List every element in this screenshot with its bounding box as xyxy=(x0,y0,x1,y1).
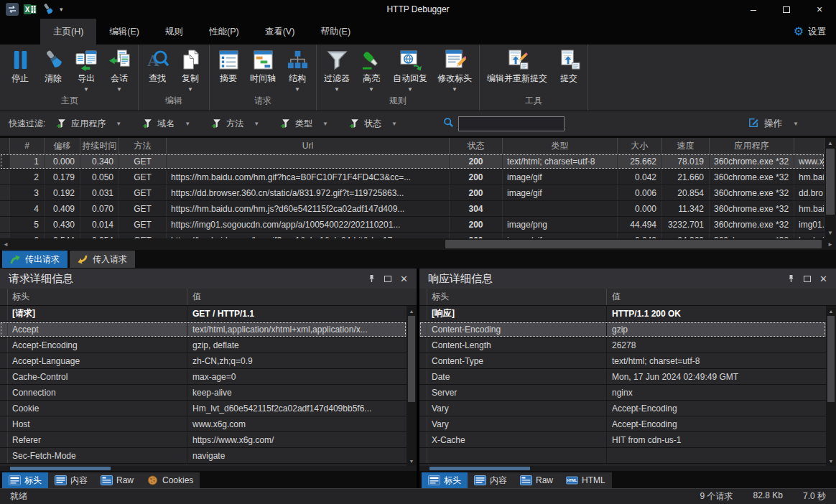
ribbon-button-过滤器[interactable]: 过滤器▼ xyxy=(319,47,355,94)
tab-HTML[interactable]: HTMLHTML xyxy=(559,472,612,488)
scroll-down-icon[interactable]: ▼ xyxy=(825,228,836,238)
scroll-down-icon[interactable]: ▼ xyxy=(409,456,414,466)
column-header-name[interactable]: 标头 xyxy=(8,289,187,305)
column-header-状态[interactable]: 状态 xyxy=(450,138,503,154)
ribbon-button-停止[interactable]: 停止 xyxy=(4,47,37,94)
request-row[interactable]: 10.0000.340GET200text/html; charset=utf-… xyxy=(0,154,825,169)
column-header-类型[interactable]: 类型 xyxy=(503,138,618,154)
ribbon-button-摘要[interactable]: 摘要 xyxy=(212,47,245,94)
response-panel-horizontal-scrollbar[interactable] xyxy=(419,466,836,471)
actions-button[interactable]: 操作 ▼ xyxy=(748,117,827,130)
tab-标头[interactable]: 标头 xyxy=(422,472,468,488)
request-row[interactable]: 40.4090.070GEThttps://hm.baidu.com/hm.js… xyxy=(0,201,825,217)
ribbon-button-查找[interactable]: A查找 xyxy=(141,47,174,94)
ribbon-button-时间轴[interactable]: 时间轴 xyxy=(245,47,281,94)
column-header-偏移[interactable]: 偏移 xyxy=(45,138,80,154)
ribbon-button-结构[interactable]: 结构▼ xyxy=(281,47,314,94)
tab-标头[interactable]: 标头 xyxy=(2,472,48,488)
header-row[interactable]: VaryAccept-Encoding xyxy=(419,416,826,432)
ribbon-button-高亮[interactable]: 高亮▼ xyxy=(355,47,388,94)
scroll-right-icon[interactable]: ► xyxy=(825,238,836,250)
filter-button-方法[interactable]: 方法▼ xyxy=(212,118,259,130)
header-row[interactable] xyxy=(419,448,826,464)
scrollbar-thumb[interactable] xyxy=(826,149,835,215)
request-panel-scrollbar[interactable]: ▲ ▼ xyxy=(407,306,417,466)
maximize-panel-icon[interactable] xyxy=(804,276,811,282)
menu-item-规则[interactable]: 规则 xyxy=(152,19,196,45)
header-row[interactable]: Hostwww.x6g.com xyxy=(0,416,407,432)
excel-export-icon[interactable]: X xyxy=(24,3,37,16)
pin-icon[interactable] xyxy=(787,274,795,283)
scrollbar-thumb[interactable] xyxy=(408,316,415,402)
header-row[interactable]: DateMon, 17 Jun 2024 02:49:49 GMT xyxy=(419,369,826,385)
close-button[interactable]: × xyxy=(803,0,836,19)
close-panel-icon[interactable]: ✕ xyxy=(400,274,408,284)
request-row[interactable]: 60.5440.054GEThttps://hm.baidu.com/hm.gi… xyxy=(0,233,825,238)
ribbon-button-提交[interactable]: 提交 xyxy=(552,47,585,94)
settings-button[interactable]: ⚙ 设置 xyxy=(794,19,836,45)
ribbon-button-复制[interactable]: 复制▼ xyxy=(174,47,207,94)
header-row[interactable]: VaryAccept-Encoding xyxy=(419,401,826,416)
tab-Raw[interactable]: Raw xyxy=(514,472,559,488)
tab-传出请求[interactable]: 传出请求 xyxy=(2,251,68,268)
scrollbar-thumb[interactable] xyxy=(429,467,530,470)
tab-内容[interactable]: 内容 xyxy=(468,472,514,488)
header-row[interactable]: X-CacheHIT from cdn-us-1 xyxy=(419,432,826,448)
filter-button-域名[interactable]: 域名▼ xyxy=(143,118,190,130)
column-header-value[interactable]: 值 xyxy=(187,291,417,303)
scroll-down-icon[interactable]: ▼ xyxy=(829,456,834,466)
column-header-Url[interactable]: Url xyxy=(167,138,450,154)
scrollbar-thumb[interactable] xyxy=(10,467,111,470)
menu-item-查看(V)[interactable]: 查看(V) xyxy=(252,19,308,45)
header-row[interactable]: Content-Typetext/html; charset=utf-8 xyxy=(419,353,826,369)
scroll-up-icon[interactable]: ▲ xyxy=(825,138,836,149)
ribbon-button-会话[interactable]: 会话▼ xyxy=(103,47,136,94)
ribbon-button-编辑并重新提交[interactable]: 编辑并重新提交 xyxy=(482,47,552,94)
header-row[interactable]: Accept-Languagezh-CN,zh;q=0.9 xyxy=(0,353,407,369)
table-vertical-scrollbar[interactable]: ▲ ▼ xyxy=(825,138,836,238)
request-row[interactable]: 30.1920.031GEThttps://dd.browser.360.cn/… xyxy=(0,185,825,201)
response-panel-scrollbar[interactable]: ▲ ▼ xyxy=(826,306,836,466)
header-row[interactable]: [响应]HTTP/1.1 200 OK xyxy=(419,306,826,322)
column-header-#[interactable]: # xyxy=(10,138,45,154)
tab-内容[interactable]: 内容 xyxy=(48,472,94,488)
header-row[interactable]: Accept-Encodinggzip, deflate xyxy=(0,337,407,353)
scrollbar-thumb[interactable] xyxy=(445,240,822,248)
column-header-应用程序[interactable]: 应用程序 xyxy=(710,138,794,154)
request-row[interactable]: 20.1790.050GEThttps://hm.baidu.com/hm.gi… xyxy=(0,169,825,185)
request-row[interactable]: 50.4300.014GEThttps://img01.sogoucdn.com… xyxy=(0,217,825,233)
ribbon-button-清除[interactable]: 清除 xyxy=(37,47,70,94)
close-panel-icon[interactable]: ✕ xyxy=(819,274,827,284)
header-row[interactable]: CookieHm_lvt_d60e542115f2ca02adf147d409b… xyxy=(0,401,407,416)
pin-icon[interactable] xyxy=(368,274,376,283)
maximize-panel-icon[interactable] xyxy=(384,276,391,282)
app-swap-icon[interactable] xyxy=(6,3,19,16)
ribbon-button-修改标头[interactable]: 修改标头▼ xyxy=(432,47,477,94)
column-header-大小[interactable]: 大小 xyxy=(618,138,662,154)
menu-item-性能(P)[interactable]: 性能(P) xyxy=(196,19,252,45)
scroll-left-icon[interactable]: ◄ xyxy=(0,238,11,250)
brush-icon[interactable] xyxy=(42,3,55,16)
minimize-button[interactable]: – xyxy=(737,0,770,19)
search-input[interactable] xyxy=(458,116,565,131)
ribbon-button-导出[interactable]: 导出▼ xyxy=(70,47,103,94)
menu-item-帮助(E)[interactable]: 帮助(E) xyxy=(307,19,363,45)
quick-access-dropdown-icon[interactable]: ▾ xyxy=(60,6,63,13)
menu-item-编辑(E)[interactable]: 编辑(E) xyxy=(96,19,152,45)
header-row[interactable]: Sec-Fetch-Modenavigate xyxy=(0,448,407,464)
scrollbar-thumb[interactable] xyxy=(827,316,835,402)
filter-button-应用程序[interactable]: 应用程序▼ xyxy=(57,118,121,130)
header-row[interactable]: Connectionkeep-alive xyxy=(0,385,407,401)
filter-button-类型[interactable]: 类型▼ xyxy=(281,118,328,130)
tab-Cookies[interactable]: Cookies xyxy=(140,472,200,488)
scroll-up-icon[interactable]: ▲ xyxy=(409,306,414,316)
column-header-name[interactable]: 标头 xyxy=(427,289,607,305)
scroll-up-icon[interactable]: ▲ xyxy=(829,306,834,316)
request-panel-horizontal-scrollbar[interactable] xyxy=(0,466,417,471)
header-row[interactable]: Servernginx xyxy=(419,385,826,401)
tab-传入请求[interactable]: 传入请求 xyxy=(70,251,135,268)
table-horizontal-scrollbar[interactable]: ◄ ► xyxy=(0,238,836,250)
header-row[interactable]: Accepttext/html,application/xhtml+xml,ap… xyxy=(0,322,407,337)
column-header-方法[interactable]: 方法 xyxy=(119,138,167,154)
header-row[interactable]: Content-Encodinggzip xyxy=(419,322,826,337)
